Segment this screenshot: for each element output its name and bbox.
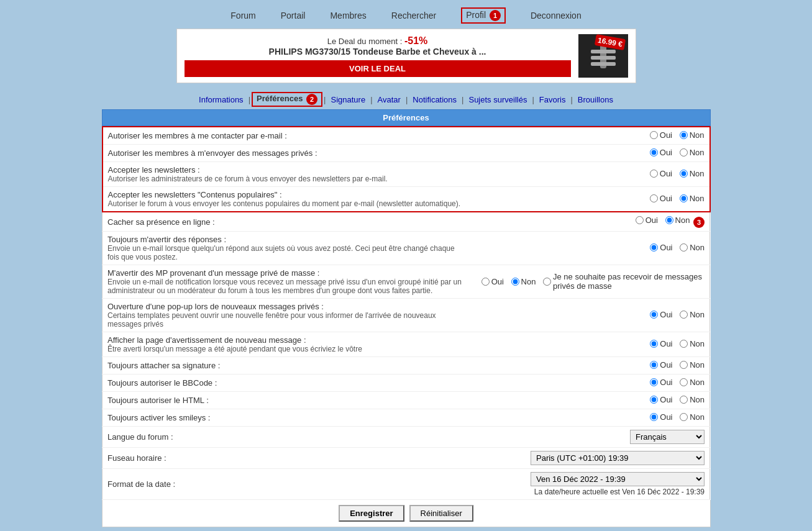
radio-non-email-contact[interactable]: Non — [680, 130, 705, 140]
radio-input-oui-popup-mp[interactable] — [650, 311, 658, 319]
radio-input-non-avertir[interactable] — [680, 243, 688, 252]
radio-input-non-mp-masse[interactable] — [511, 278, 519, 286]
radio-oui-smileys[interactable]: Oui — [650, 412, 672, 422]
radio-oui-newsletters[interactable]: Oui — [650, 169, 672, 178]
radio-input-oui-cacher[interactable] — [636, 216, 644, 224]
radio-non-bbcode[interactable]: Non — [680, 378, 705, 387]
radio-oui-newsletters-pop[interactable]: Oui — [650, 194, 672, 203]
pref-radios-smileys: Oui Non — [467, 409, 709, 426]
radio-non-smileys[interactable]: Non — [680, 412, 705, 422]
table-row: Accepter les newsletters "Contenus popul… — [103, 187, 710, 212]
radio-input-non-email-contact[interactable] — [680, 131, 688, 139]
radio-oui-avertir[interactable]: Oui — [650, 243, 672, 252]
tab-signature[interactable]: Signature — [327, 95, 369, 104]
nav-membres[interactable]: Membres — [330, 11, 366, 20]
radio-non-mp-masse[interactable]: Non — [511, 277, 536, 286]
radio-oui-mp-masse[interactable]: Oui — [481, 277, 504, 286]
radio-input-non-mp[interactable] — [680, 148, 688, 157]
radio-oui-html[interactable]: Oui — [650, 395, 672, 404]
radio-input-non-html[interactable] — [680, 396, 688, 404]
radio-input-oui-newsletters-pop[interactable] — [650, 194, 658, 202]
radio-input-non-signature[interactable] — [680, 361, 688, 369]
pref-radios-html: Oui Non — [467, 391, 709, 409]
radio-oui-cacher[interactable]: Oui — [636, 216, 658, 225]
reset-button[interactable]: Réinitialiser — [409, 505, 473, 522]
tab-sujets-surveilles[interactable]: Sujets surveillés — [465, 95, 531, 104]
profile-tabs: Informations | Préférences 2 | Signature… — [102, 88, 711, 109]
radio-no-mass-mp[interactable]: Je ne souhaite pas recevoir de messages … — [543, 272, 705, 291]
tab-favoris[interactable]: Favoris — [536, 95, 570, 104]
radio-non-mp[interactable]: Non — [680, 148, 705, 157]
profil-badge: 1 — [490, 10, 501, 21]
radio-input-oui-newsletters[interactable] — [650, 170, 658, 178]
pref-label-html: Toujours autoriser le HTML : — [103, 391, 467, 409]
table-row: Accepter les newsletters : Autoriser les… — [103, 162, 710, 187]
radio-input-oui-mp-masse[interactable] — [481, 278, 490, 286]
save-button[interactable]: Enregistrer — [339, 505, 404, 522]
deal-button[interactable]: VOIR LE DEAL — [185, 60, 571, 77]
section-header: Préférences — [102, 109, 711, 126]
pref-radios-avertir: Oui Non — [467, 231, 709, 265]
pref-label-newsletters-pop: Accepter les newsletters "Contenus popul… — [103, 187, 467, 212]
radio-non-popup-mp[interactable]: Non — [680, 310, 705, 319]
radio-non-avertir[interactable]: Non — [680, 243, 705, 252]
preferences-table: Autoriser les membres à me contacter par… — [102, 126, 711, 500]
radio-non-newsletters[interactable]: Non — [680, 169, 705, 178]
radio-input-non-newsletters-pop[interactable] — [680, 194, 688, 202]
pref-label-langue: Langue du forum : — [103, 426, 467, 447]
radio-oui-popup-mp[interactable]: Oui — [650, 310, 672, 319]
tab-avatar[interactable]: Avatar — [374, 95, 404, 104]
radio-input-oui-smileys[interactable] — [650, 413, 658, 421]
deal-banner: Le Deal du moment : -51% PHILIPS MG3730/… — [176, 29, 636, 83]
nav-rechercher[interactable]: Rechercher — [391, 11, 436, 20]
format-date-select[interactable]: Ven 16 Déc 2022 - 19:39 — [531, 472, 705, 486]
nav-portail[interactable]: Portail — [281, 11, 306, 20]
nav-forum[interactable]: Forum — [230, 11, 255, 20]
tab-preferences[interactable]: Préférences 2 — [252, 92, 322, 107]
radio-oui-email-contact[interactable]: Oui — [650, 130, 672, 140]
fuseau-select[interactable]: Paris (UTC +01:00) 19:39 — [531, 451, 705, 465]
tab-notifications[interactable]: Notifications — [409, 95, 460, 104]
radio-oui-mp[interactable]: Oui — [650, 148, 672, 157]
radio-input-non-popup-mp[interactable] — [680, 311, 688, 319]
tab-informations[interactable]: Informations — [195, 95, 247, 104]
preferences-badge: 2 — [306, 94, 317, 105]
radio-input-non-newsletters[interactable] — [680, 170, 688, 178]
radio-oui-bbcode[interactable]: Oui — [650, 378, 672, 387]
pref-select-langue: Français — [467, 426, 709, 447]
radio-input-oui-mp[interactable] — [650, 148, 658, 157]
radio-input-oui-avertir[interactable] — [650, 243, 658, 252]
radio-non-signature[interactable]: Non — [680, 360, 705, 370]
table-row: Langue du forum : Français — [103, 426, 710, 447]
pref-label-newsletters: Accepter les newsletters : Autoriser les… — [103, 162, 467, 187]
radio-input-no-mass-mp[interactable] — [543, 278, 551, 286]
table-row: Autoriser les membres à me contacter par… — [103, 127, 710, 145]
pref-select-fuseau: Paris (UTC +01:00) 19:39 — [467, 447, 709, 468]
radio-input-oui-bbcode[interactable] — [650, 378, 658, 386]
main-wrapper: Informations | Préférences 2 | Signature… — [96, 88, 717, 527]
deal-title: PHILIPS MG3730/15 Tondeuse Barbe et Chev… — [185, 47, 571, 57]
radio-oui-signature[interactable]: Oui — [650, 360, 672, 370]
radio-input-non-smileys[interactable] — [680, 413, 688, 421]
pref-radios-mp-masse: Oui Non Je ne souhaite pas recevoir de m… — [467, 265, 709, 298]
radio-input-non-bbcode[interactable] — [680, 378, 688, 386]
bottom-bar: Enregistrer Réinitialiser — [102, 500, 711, 527]
radio-input-non-cacher[interactable] — [665, 216, 673, 224]
deal-prefix: Le Deal du moment : — [327, 37, 404, 46]
tab-brouillons[interactable]: Brouillons — [574, 95, 617, 104]
radio-input-oui-html[interactable] — [650, 396, 658, 404]
radio-oui-page-avert[interactable]: Oui — [650, 339, 672, 348]
nav-deconnexion[interactable]: Deconnexion — [531, 11, 582, 20]
radio-non-newsletters-pop[interactable]: Non — [680, 194, 705, 203]
radio-non-page-avert[interactable]: Non — [680, 339, 705, 348]
radio-input-oui-signature[interactable] — [650, 361, 658, 369]
radio-input-oui-page-avert[interactable] — [650, 340, 658, 348]
radio-non-html[interactable]: Non — [680, 395, 705, 404]
radio-input-oui-email-contact[interactable] — [650, 131, 658, 139]
nav-profil[interactable]: Profil 1 — [461, 7, 506, 24]
deal-label-line: Le Deal du moment : -51% — [185, 35, 571, 47]
radio-input-non-page-avert[interactable] — [680, 340, 688, 348]
radio-non-cacher[interactable]: Non — [665, 216, 690, 225]
pref-radios-cacher: Oui Non 3 — [467, 212, 709, 231]
langue-select[interactable]: Français — [630, 430, 705, 444]
